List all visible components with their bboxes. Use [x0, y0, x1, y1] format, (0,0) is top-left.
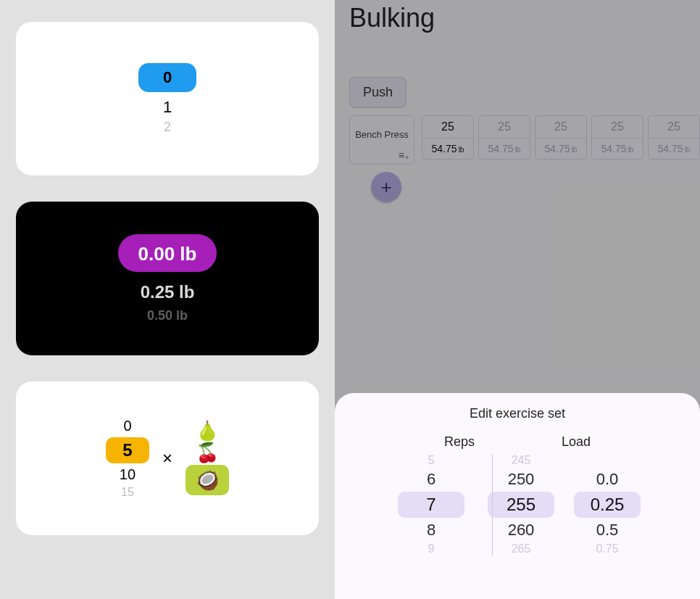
picker1-option[interactable]: 2 — [164, 120, 171, 135]
load-frac-selected[interactable]: 0.25 — [574, 492, 641, 518]
load-header: Load — [562, 434, 591, 450]
picker3-right-selected[interactable]: 🥥 — [186, 465, 229, 495]
load-frac-option[interactable]: 0.0 — [596, 470, 619, 489]
reps-selected[interactable]: 7 — [398, 492, 464, 518]
picker3-left-selected[interactable]: 5 — [106, 437, 149, 463]
wheel-divider — [492, 454, 493, 555]
left-panel: 0 1 2 0.00 lb 0.25 lb 0.50 lb 0 5 10 15 … — [0, 0, 335, 599]
picker3-right-option[interactable]: 🍐 — [196, 421, 219, 440]
picker3-right-option[interactable]: 🍒 — [196, 443, 219, 462]
picker3-right-wheel[interactable]: 🍐 🍒 🥥 — [186, 421, 229, 495]
load-option[interactable]: 265 — [512, 542, 531, 555]
picker-card-1: 0 1 2 — [16, 22, 319, 175]
picker2-selected[interactable]: 0.00 lb — [118, 234, 217, 272]
load-frac-option[interactable]: 0.75 — [596, 542, 618, 555]
load-frac-option[interactable]: 0.5 — [596, 521, 619, 540]
load-option[interactable]: 245 — [512, 454, 531, 467]
picker3-left-option[interactable]: 0 — [123, 418, 131, 434]
reps-option[interactable]: 9 — [428, 542, 435, 555]
picker1-selected[interactable]: 0 — [138, 63, 196, 92]
load-option[interactable]: 260 — [508, 521, 535, 540]
load-frac-option — [606, 454, 609, 467]
reps-option[interactable]: 6 — [427, 470, 436, 489]
picker2-option[interactable]: 0.50 lb — [147, 308, 188, 323]
edit-set-sheet: Edit exercise set Reps Load 5 6 7 8 9 24… — [335, 393, 700, 599]
times-separator: × — [162, 448, 172, 468]
picker-card-3: 0 5 10 15 × 🍐 🍒 🥥 — [16, 381, 319, 535]
picker3-left-option[interactable]: 10 — [120, 466, 136, 483]
picker3-left-wheel[interactable]: 0 5 10 15 — [106, 418, 149, 499]
sheet-title: Edit exercise set — [470, 406, 565, 421]
reps-header: Reps — [444, 434, 475, 450]
load-frac-wheel[interactable]: 0.0 0.25 0.5 0.75 — [575, 454, 640, 555]
picker1-option[interactable]: 1 — [163, 98, 172, 117]
picker3-left-option[interactable]: 15 — [121, 486, 134, 499]
load-selected[interactable]: 255 — [488, 492, 554, 518]
picker-card-2: 0.00 lb 0.25 lb 0.50 lb — [16, 202, 319, 355]
picker2-option[interactable]: 0.25 lb — [141, 282, 195, 302]
load-whole-wheel[interactable]: 245 250 255 260 265 — [485, 454, 557, 555]
right-panel: Bulking Push Bench Press ≡₊ 2554.75lb255… — [335, 0, 700, 599]
load-option[interactable]: 250 — [508, 470, 535, 489]
reps-option[interactable]: 8 — [427, 521, 436, 540]
reps-option[interactable]: 5 — [428, 454, 435, 467]
reps-wheel[interactable]: 5 6 7 8 9 — [395, 454, 467, 555]
